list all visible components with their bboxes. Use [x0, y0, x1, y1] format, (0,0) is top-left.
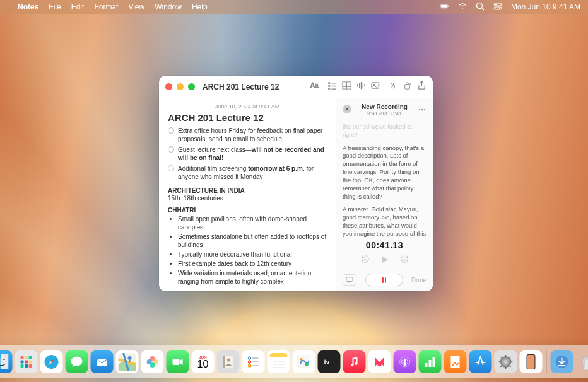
- sidebar-subtitle: 9:41 AM 00:41: [355, 110, 414, 117]
- checklist-item: Extra office hours Friday for feedback o…: [168, 127, 327, 143]
- dock-news[interactable]: [368, 350, 391, 373]
- dock-pages[interactable]: [444, 350, 467, 373]
- svg-rect-25: [372, 83, 379, 88]
- datetime[interactable]: Mon Jun 10 9:41 AM: [511, 3, 580, 11]
- svg-text:Aa: Aa: [310, 82, 319, 89]
- checklist-icon[interactable]: [327, 81, 337, 93]
- media-icon[interactable]: [371, 81, 380, 93]
- checkbox-icon[interactable]: [168, 146, 174, 153]
- transcript-line: the period we've looked at, right?: [343, 123, 426, 139]
- svg-point-93: [504, 360, 508, 364]
- more-options-icon[interactable]: [418, 103, 426, 117]
- svg-rect-66: [223, 356, 225, 368]
- svg-point-37: [424, 109, 425, 110]
- table-icon[interactable]: [342, 81, 351, 93]
- svg-rect-82: [305, 363, 309, 366]
- control-center-icon[interactable]: [493, 2, 502, 13]
- svg-text:": ": [348, 278, 349, 281]
- svg-rect-64: [173, 359, 180, 365]
- svg-point-44: [3, 359, 4, 360]
- dock-photos[interactable]: [141, 350, 164, 373]
- svg-rect-48: [21, 361, 24, 364]
- svg-rect-57: [97, 359, 107, 366]
- dock-downloads[interactable]: [551, 350, 573, 373]
- menu-format[interactable]: Format: [94, 3, 118, 11]
- dock-tv[interactable]: tv: [318, 350, 341, 373]
- app-name[interactable]: Notes: [18, 3, 38, 11]
- format-text-icon[interactable]: Aa: [310, 81, 320, 93]
- checkbox-icon[interactable]: [168, 127, 174, 134]
- audio-icon[interactable]: [356, 81, 366, 93]
- dock-podcasts[interactable]: [394, 350, 416, 373]
- svg-rect-51: [21, 364, 24, 368]
- svg-point-56: [71, 357, 83, 366]
- dock-notes[interactable]: [268, 350, 290, 373]
- dock-launchpad[interactable]: [15, 350, 38, 373]
- svg-rect-53: [29, 364, 32, 368]
- battery-icon[interactable]: [440, 2, 449, 13]
- svg-point-72: [249, 364, 251, 367]
- checklist-item: Additional film screening tomorrow at 6 …: [168, 165, 327, 181]
- svg-point-81: [300, 358, 303, 361]
- svg-point-86: [404, 359, 406, 362]
- dock-maps[interactable]: [116, 350, 139, 373]
- svg-rect-88: [429, 360, 432, 367]
- checkbox-icon[interactable]: [168, 165, 174, 171]
- dock-messages[interactable]: [66, 350, 88, 373]
- dock-numbers[interactable]: [419, 350, 442, 373]
- done-button[interactable]: Done: [411, 277, 426, 284]
- dock-facetime[interactable]: [167, 350, 189, 373]
- recording-sidebar: New Recording 9:41 AM 00:41 the period w…: [336, 98, 433, 291]
- menu-view[interactable]: View: [128, 3, 144, 11]
- note-content[interactable]: June 10, 2024 at 9:41 AM ARCH 201 Lectur…: [159, 98, 336, 291]
- svg-rect-76: [270, 356, 288, 357]
- bullet-item: First example dates back to 12th century: [178, 260, 327, 268]
- svg-point-12: [328, 85, 330, 87]
- svg-point-70: [249, 361, 251, 363]
- dock-safari[interactable]: [40, 350, 63, 373]
- dock-calendar[interactable]: JUN10: [192, 350, 215, 373]
- svg-line-98: [501, 357, 502, 358]
- svg-point-7: [495, 3, 497, 4]
- menu-edit[interactable]: Edit: [71, 3, 85, 11]
- wifi-icon[interactable]: [458, 2, 467, 13]
- search-icon[interactable]: [476, 2, 485, 13]
- pause-recording-button[interactable]: [365, 274, 403, 286]
- menu-file[interactable]: File: [49, 3, 61, 11]
- skip-forward-icon[interactable]: 15: [400, 255, 409, 266]
- window-title: ARCH 201 Lecture 12: [203, 83, 279, 91]
- dock-mail[interactable]: [91, 350, 114, 373]
- dock-contacts[interactable]: [217, 350, 240, 373]
- window-close-button[interactable]: [165, 83, 172, 90]
- dock-freeform[interactable]: [293, 350, 315, 373]
- close-sidebar-button[interactable]: [343, 105, 351, 113]
- svg-text:15: 15: [403, 258, 406, 262]
- bullet-list: Small open pavilions, often with dome-sh…: [168, 215, 327, 286]
- window-zoom-button[interactable]: [188, 83, 195, 90]
- bullet-item: Wide variation in materials used; orname…: [178, 269, 327, 286]
- note-title: ARCH 201 Lecture 12: [168, 112, 327, 123]
- menu-window[interactable]: Window: [155, 3, 182, 11]
- link-icon[interactable]: [388, 81, 397, 93]
- sidebar-title: New Recording: [355, 103, 414, 110]
- dock-settings[interactable]: [495, 350, 517, 373]
- notes-window: ARCH 201 Lecture 12 Aa June 10, 2024 at …: [159, 76, 433, 291]
- transcript-toggle-button[interactable]: ": [343, 274, 356, 286]
- window-minimize-button[interactable]: [177, 83, 184, 90]
- play-button[interactable]: [381, 255, 389, 266]
- dock-reminders[interactable]: [242, 350, 265, 373]
- share-icon[interactable]: [417, 81, 426, 93]
- lock-icon[interactable]: [403, 81, 412, 93]
- skip-back-icon[interactable]: 15: [361, 255, 370, 266]
- topic-heading: CHHATRI: [168, 207, 327, 214]
- dock-finder[interactable]: [0, 350, 13, 373]
- svg-line-100: [501, 366, 502, 367]
- svg-rect-1: [441, 4, 447, 7]
- menu-help[interactable]: Help: [192, 3, 208, 11]
- dock-iphone-mirroring[interactable]: [520, 350, 543, 373]
- dock-music[interactable]: [343, 350, 366, 373]
- svg-point-35: [419, 109, 420, 110]
- dock-appstore[interactable]: [469, 350, 492, 373]
- svg-line-99: [510, 366, 511, 367]
- dock-trash[interactable]: [576, 350, 589, 373]
